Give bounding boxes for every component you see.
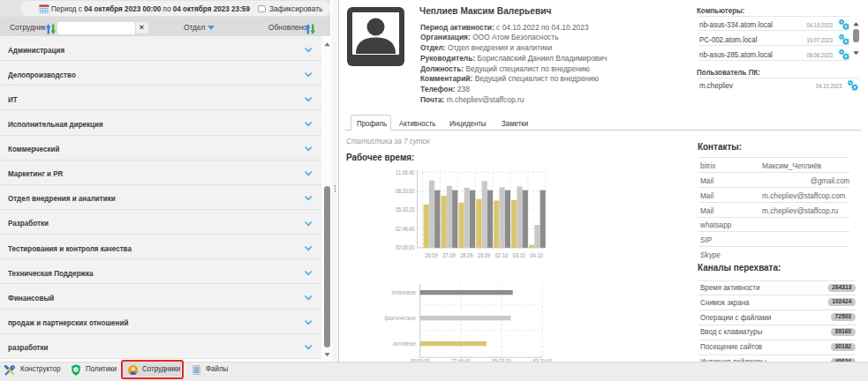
svg-text:00:00:00: 00:00:00 [396, 243, 415, 251]
svg-text:плановое: плановое [391, 289, 416, 295]
svg-text:активное: активное [393, 340, 416, 347]
svg-text:03.10: 03.10 [512, 251, 525, 259]
svg-text:08:20:00: 08:20:00 [396, 187, 415, 195]
svg-text:02:46:40: 02:46:40 [396, 225, 415, 233]
svg-text:27.09: 27.09 [442, 251, 456, 259]
svg-text:26.09: 26.09 [425, 251, 438, 259]
svg-text:28.09: 28.09 [460, 251, 473, 259]
svg-text:05:33:20: 05:33:20 [396, 205, 415, 213]
svg-text:фактическое: фактическое [384, 315, 416, 322]
svg-text:04.10: 04.10 [530, 251, 543, 259]
svg-text:02.10: 02.10 [495, 251, 509, 259]
svg-text:29.09: 29.09 [478, 251, 491, 259]
svg-text:11:06:40: 11:06:40 [396, 168, 415, 176]
